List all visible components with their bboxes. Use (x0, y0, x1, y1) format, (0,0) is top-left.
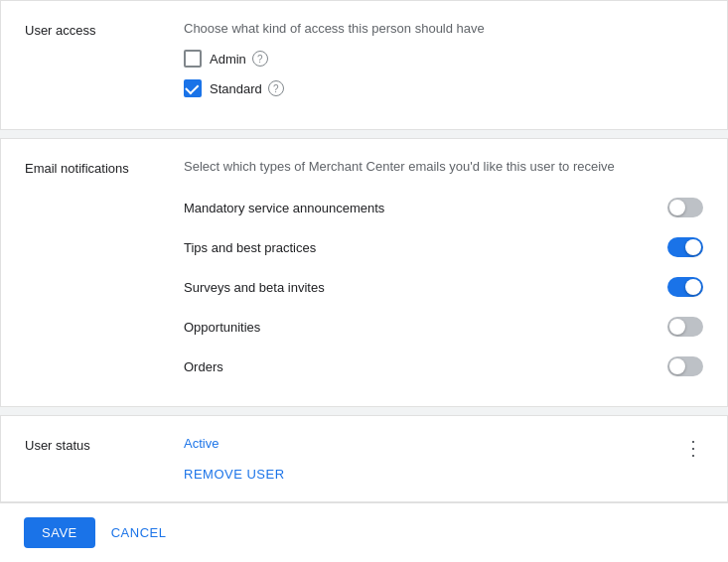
notification-label-surveys: Surveys and beta invites (184, 280, 325, 295)
dot-menu-icon[interactable]: ⋮ (683, 436, 703, 460)
footer: SAVE CANCEL (0, 502, 728, 562)
admin-checkbox[interactable] (184, 50, 202, 68)
notification-row-mandatory: Mandatory service announcements (184, 188, 703, 227)
toggle-knob-surveys (685, 279, 701, 295)
email-notifications-description: Select which types of Merchant Center em… (184, 159, 703, 174)
notification-label-mandatory: Mandatory service announcements (184, 201, 384, 215)
content-area: User access Choose what kind of access t… (0, 0, 728, 502)
notification-label-orders: Orders (184, 359, 223, 374)
email-notifications-section: Email notifications Select which types o… (0, 138, 728, 407)
toggle-surveys[interactable] (667, 277, 703, 297)
toggle-orders[interactable] (667, 356, 703, 376)
standard-checkbox-row: Standard ? (184, 79, 703, 97)
user-access-content: Choose what kind of access this person s… (184, 21, 703, 109)
toggle-knob-opportunities (669, 319, 685, 335)
notification-label-opportunities: Opportunities (184, 320, 260, 335)
user-access-section: User access Choose what kind of access t… (0, 0, 728, 130)
admin-label: Admin (210, 52, 246, 67)
admin-checkbox-row: Admin ? (184, 50, 703, 68)
notification-row-surveys: Surveys and beta invites (184, 267, 703, 307)
notification-row-opportunities: Opportunities (184, 307, 703, 347)
remove-user-button[interactable]: REMOVE USER (184, 467, 285, 482)
user-status-label: User status (25, 436, 184, 453)
user-status-section: User status Active REMOVE USER ⋮ (0, 415, 728, 502)
cancel-button[interactable]: CANCEL (107, 517, 171, 548)
standard-label: Standard (210, 81, 262, 96)
user-access-description: Choose what kind of access this person s… (184, 21, 703, 36)
user-status-value: Active (184, 436, 683, 451)
email-notifications-label: Email notifications (25, 159, 184, 176)
save-button[interactable]: SAVE (24, 517, 95, 548)
notification-row-orders: Orders (184, 347, 703, 386)
user-status-content: Active REMOVE USER (184, 436, 683, 482)
notification-row-tips: Tips and best practices (184, 227, 703, 267)
standard-help-icon[interactable]: ? (268, 80, 284, 96)
notification-label-tips: Tips and best practices (184, 240, 316, 255)
email-notifications-content: Select which types of Merchant Center em… (184, 159, 703, 386)
toggle-mandatory[interactable] (667, 198, 703, 217)
toggle-knob-orders (669, 358, 685, 374)
toggle-opportunities[interactable] (667, 317, 703, 337)
page-wrapper: User access Choose what kind of access t… (0, 0, 728, 562)
user-access-label: User access (25, 21, 184, 38)
toggle-knob-tips (685, 239, 701, 255)
toggle-tips[interactable] (667, 237, 703, 257)
admin-help-icon[interactable]: ? (252, 51, 268, 67)
standard-checkbox[interactable] (184, 79, 202, 97)
toggle-knob-mandatory (669, 200, 685, 215)
